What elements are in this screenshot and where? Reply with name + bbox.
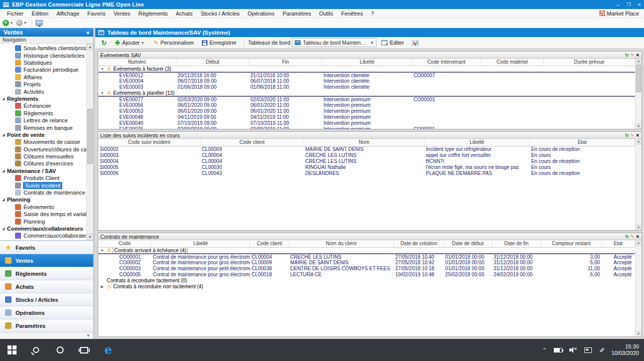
tree-section-r-glements[interactable]: ◢Règlements	[0, 95, 86, 102]
tree-item-projets[interactable]: Projets	[0, 81, 86, 88]
tree-item-affaires[interactable]: Affaires	[0, 74, 86, 81]
section-expander-icon[interactable]: ◢	[0, 97, 7, 101]
menu-item-stocks-articles[interactable]: Stocks / Articles	[196, 9, 244, 18]
menu-item-fen-tres[interactable]: Fenêtres	[337, 9, 367, 18]
battery-icon[interactable]	[554, 348, 562, 352]
table-row[interactable]: SI00004CL00004CRECHE LES LUTINSBCNN?/.En…	[98, 158, 635, 164]
back-dropdown-icon[interactable]: ▾	[11, 21, 13, 25]
menu-item-param-tres[interactable]: Paramètres	[279, 9, 315, 18]
edge-button[interactable]: e	[96, 339, 120, 361]
tree-item-mouvements-de-caisse[interactable]: Mouvements de caisse	[0, 138, 86, 145]
forward-button[interactable]: ›	[16, 20, 23, 26]
panel-close-icon[interactable]: ✕	[635, 133, 639, 138]
column-header-libell[interactable]: Libellé	[424, 139, 530, 146]
scrollbar-thumb[interactable]	[636, 65, 641, 92]
expander-collapsed-icon[interactable]: ▶	[100, 285, 105, 289]
section-expander-icon[interactable]: ◢	[0, 169, 7, 173]
tree-item-sous-familles-clients-prospects[interactable]: Sous-familles clients/prospects	[0, 45, 86, 52]
table-row[interactable]: EVE0005606/01/2020 09:0006/01/2020 11:00…	[98, 102, 635, 108]
panel-refresh-icon[interactable]: ↻	[625, 234, 629, 239]
scrollbar-thumb[interactable]	[87, 109, 93, 164]
table-row[interactable]: SI00005CL00030RINGUAI Nathaliel'écran re…	[98, 164, 635, 170]
table-row[interactable]: CO00005Contrat de maintenance pour gros …	[98, 272, 635, 278]
search-button[interactable]	[24, 339, 48, 361]
table-row[interactable]: CO00001Contrat de maintenance pour gros …	[98, 254, 635, 260]
menu-item-dition[interactable]: Édition	[28, 9, 53, 18]
scroll-down-icon[interactable]: ▼	[87, 234, 93, 240]
scroll-up-icon[interactable]: ▲	[635, 139, 641, 144]
menu-item-outils[interactable]: Outils	[315, 9, 337, 18]
column-header-libell[interactable]: Libellé	[151, 240, 250, 247]
column-header-code-mat-riel[interactable]: Code matériel	[481, 59, 543, 66]
table-row[interactable]: EVE0004007/10/2019 09:0007/10/2019 11:00…	[98, 120, 635, 126]
column-header-num-ro[interactable]: Numéro	[98, 59, 176, 66]
tree-item-v-nements[interactable]: Évènements	[0, 204, 86, 211]
column-header-code[interactable]: Code	[98, 240, 151, 247]
back-button[interactable]: ‹	[3, 20, 9, 26]
menu-item-fichier[interactable]: Fichier	[3, 9, 28, 18]
menu-item-r-glements[interactable]: Règlements	[134, 9, 172, 18]
table-row[interactable]: SI00003CL00004CRECHE LES LUTINSappel sur…	[98, 152, 635, 158]
table-row[interactable]: EVE0007702/03/2020 09:0002/03/2020 11:00…	[98, 96, 635, 102]
pen-icon[interactable]: ✎	[598, 347, 605, 353]
minimize-button[interactable]: –	[616, 2, 619, 7]
open-window-icon[interactable]	[36, 20, 43, 26]
forward-dropdown-icon[interactable]: ▾	[24, 21, 26, 25]
table-row[interactable]: CO00002Contrat de maintenance pour gros …	[98, 260, 635, 266]
expander-expanded-icon[interactable]: ▼	[100, 249, 105, 252]
column-header-code-client[interactable]: Code client	[200, 139, 304, 146]
clock[interactable]: 15:30 10/03/2020	[611, 343, 639, 356]
group-row[interactable]: Contrats à reconduire tacitement (0)	[98, 278, 635, 284]
tree-item-saisie-des-temps-et-variables-de-paye[interactable]: Saisie des temps et variables de paye	[0, 211, 86, 218]
menu-item-favoris[interactable]: Favoris	[83, 9, 109, 18]
table-row[interactable]: EVE0000406/07/2018 09:0006/07/2018 11:00…	[98, 78, 635, 84]
column-header-etat[interactable]: Etat	[530, 139, 635, 146]
tree-section-commerciaux-collaborateurs[interactable]: ◢Commerciaux/collaborateurs	[0, 225, 86, 232]
column-header-fin[interactable]: Fin	[249, 59, 322, 66]
column-header-code-suivi-incident[interactable]: Code suivi incident	[98, 139, 200, 146]
edit-button[interactable]: Éditer	[378, 38, 407, 47]
tree-item-suivis-incident[interactable]: Suivis incident	[0, 182, 86, 189]
menu-item-achats[interactable]: Achats	[172, 9, 197, 18]
menu-item-ventes[interactable]: Ventes	[109, 9, 134, 18]
column-header-nom[interactable]: Nom	[304, 139, 424, 146]
section-expander-icon[interactable]: ◢	[0, 198, 7, 202]
restore-button[interactable]: ❐	[626, 2, 630, 7]
tree-scrollbar[interactable]: ▲ ▼	[86, 44, 93, 240]
sidebar-group-achats[interactable]: Achats	[0, 280, 93, 293]
column-header-date-de-fin[interactable]: Date de fin	[492, 240, 541, 247]
personalize-button[interactable]: ✎Personnaliser	[151, 38, 197, 48]
scroll-down-icon[interactable]: ▼	[635, 123, 641, 129]
group-row[interactable]: ▼⚠Évènements à facturer (3)	[98, 66, 635, 72]
tray-expand-icon[interactable]: ⌃	[542, 347, 547, 353]
panel-close-icon[interactable]: ✕	[635, 53, 639, 58]
tree-item-remises-en-banque[interactable]: Remises en banque	[0, 124, 86, 131]
tree-item-r-glements[interactable]: Règlements	[0, 110, 86, 117]
tree-section-planning[interactable]: ◢Planning	[0, 196, 86, 203]
sidebar-group-r-glements[interactable]: Règlements	[0, 267, 93, 280]
sidebar-group-stocks-articles[interactable]: Stocks / Articles	[0, 293, 93, 306]
tree-item-fonctions-de-commerciaux-collaborateurs[interactable]: Fonctions de commerciaux/collaborateurs	[0, 240, 86, 240]
panel-close-icon[interactable]: ✕	[635, 234, 639, 239]
menu-item-op-rations[interactable]: Opérations	[244, 9, 279, 18]
close-button[interactable]: ×	[638, 2, 641, 7]
task-view-button[interactable]	[72, 339, 96, 361]
column-header-libell[interactable]: Libellé	[322, 59, 412, 66]
column-header-d-but[interactable]: Début	[176, 59, 249, 66]
scroll-up-icon[interactable]: ▲	[87, 44, 93, 50]
table-row[interactable]: EVE0005306/01/2020 09:0006/01/2020 11:00…	[98, 108, 635, 114]
table-row[interactable]: SI00002CL00009MAIRIE DE SAINT DENISIncid…	[98, 146, 635, 152]
column-header-code-client[interactable]: Code client	[250, 240, 289, 247]
table-row[interactable]: SI00006CL00043DESLANDRESPLAQUE NE DEMARR…	[98, 170, 635, 176]
app-menu-icon[interactable]	[3, 3, 9, 7]
panel-edit-icon[interactable]: ✎	[630, 53, 634, 58]
volume-muted-icon[interactable]: ✕	[569, 347, 577, 353]
tree-item-facturation-p-riodique[interactable]: Facturation périodique	[0, 66, 86, 73]
column-header-code-intervenant[interactable]: Code intervenant	[412, 59, 481, 66]
market-place-button[interactable]: Market Place	[599, 11, 644, 17]
scroll-down-icon[interactable]: ▼	[635, 225, 641, 230]
group-row[interactable]: ▶⚠Contrats à reconduire non tacitement (…	[98, 284, 635, 290]
tree-item-cl-tures-mensuelles[interactable]: Clôtures mensuelles	[0, 153, 86, 160]
column-header-dur-e-pr-vue[interactable]: Durée prévue	[543, 59, 634, 66]
tree-section-maintenance-sav[interactable]: ◢Maintenance / SAV	[0, 167, 86, 174]
